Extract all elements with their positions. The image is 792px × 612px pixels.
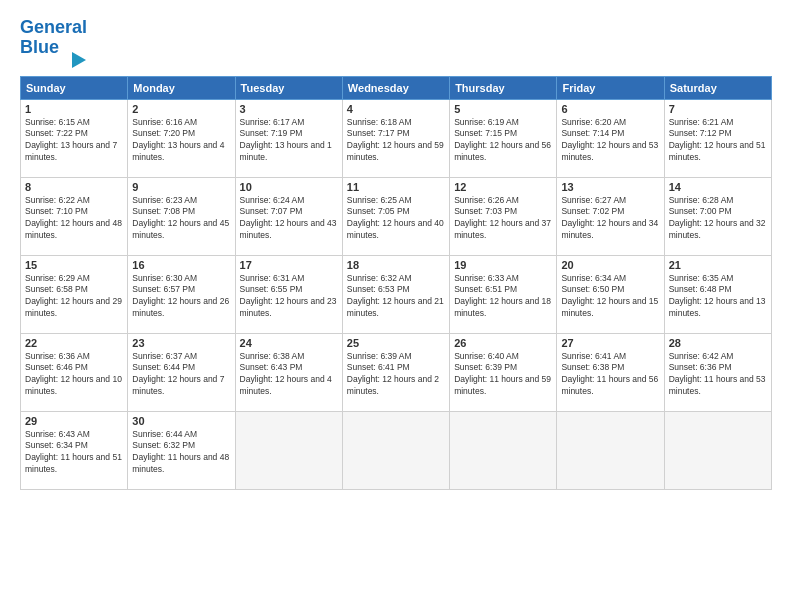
day-number: 4 [347, 103, 445, 115]
day-info: Sunrise: 6:44 AMSunset: 6:32 PMDaylight:… [132, 429, 229, 475]
day-info: Sunrise: 6:29 AMSunset: 6:58 PMDaylight:… [25, 273, 122, 319]
weekday-header-row: SundayMondayTuesdayWednesdayThursdayFrid… [21, 76, 772, 99]
day-number: 13 [561, 181, 659, 193]
day-number: 26 [454, 337, 552, 349]
header: General Blue [20, 18, 772, 68]
calendar-cell: 12Sunrise: 6:26 AMSunset: 7:03 PMDayligh… [450, 177, 557, 255]
calendar-cell: 27Sunrise: 6:41 AMSunset: 6:38 PMDayligh… [557, 333, 664, 411]
calendar-cell: 10Sunrise: 6:24 AMSunset: 7:07 PMDayligh… [235, 177, 342, 255]
day-info: Sunrise: 6:23 AMSunset: 7:08 PMDaylight:… [132, 195, 229, 241]
day-info: Sunrise: 6:17 AMSunset: 7:19 PMDaylight:… [240, 117, 332, 163]
day-number: 10 [240, 181, 338, 193]
day-info: Sunrise: 6:19 AMSunset: 7:15 PMDaylight:… [454, 117, 551, 163]
day-number: 20 [561, 259, 659, 271]
day-number: 5 [454, 103, 552, 115]
calendar-cell: 13Sunrise: 6:27 AMSunset: 7:02 PMDayligh… [557, 177, 664, 255]
day-info: Sunrise: 6:35 AMSunset: 6:48 PMDaylight:… [669, 273, 766, 319]
day-info: Sunrise: 6:39 AMSunset: 6:41 PMDaylight:… [347, 351, 439, 397]
day-number: 1 [25, 103, 123, 115]
week-row-5: 29Sunrise: 6:43 AMSunset: 6:34 PMDayligh… [21, 411, 772, 489]
calendar-cell [664, 411, 771, 489]
calendar-cell: 9Sunrise: 6:23 AMSunset: 7:08 PMDaylight… [128, 177, 235, 255]
day-info: Sunrise: 6:15 AMSunset: 7:22 PMDaylight:… [25, 117, 117, 163]
day-number: 25 [347, 337, 445, 349]
day-number: 18 [347, 259, 445, 271]
calendar-cell: 28Sunrise: 6:42 AMSunset: 6:36 PMDayligh… [664, 333, 771, 411]
day-info: Sunrise: 6:24 AMSunset: 7:07 PMDaylight:… [240, 195, 337, 241]
calendar-cell: 25Sunrise: 6:39 AMSunset: 6:41 PMDayligh… [342, 333, 449, 411]
day-info: Sunrise: 6:31 AMSunset: 6:55 PMDaylight:… [240, 273, 337, 319]
calendar-cell: 15Sunrise: 6:29 AMSunset: 6:58 PMDayligh… [21, 255, 128, 333]
day-number: 7 [669, 103, 767, 115]
day-info: Sunrise: 6:40 AMSunset: 6:39 PMDaylight:… [454, 351, 551, 397]
calendar-cell: 8Sunrise: 6:22 AMSunset: 7:10 PMDaylight… [21, 177, 128, 255]
logo-blue: Blue [20, 37, 59, 57]
calendar-cell: 17Sunrise: 6:31 AMSunset: 6:55 PMDayligh… [235, 255, 342, 333]
day-info: Sunrise: 6:25 AMSunset: 7:05 PMDaylight:… [347, 195, 444, 241]
calendar-cell: 11Sunrise: 6:25 AMSunset: 7:05 PMDayligh… [342, 177, 449, 255]
day-number: 19 [454, 259, 552, 271]
day-number: 24 [240, 337, 338, 349]
day-info: Sunrise: 6:32 AMSunset: 6:53 PMDaylight:… [347, 273, 444, 319]
day-number: 27 [561, 337, 659, 349]
calendar-cell: 7Sunrise: 6:21 AMSunset: 7:12 PMDaylight… [664, 99, 771, 177]
day-info: Sunrise: 6:38 AMSunset: 6:43 PMDaylight:… [240, 351, 332, 397]
day-info: Sunrise: 6:27 AMSunset: 7:02 PMDaylight:… [561, 195, 658, 241]
day-number: 28 [669, 337, 767, 349]
day-info: Sunrise: 6:36 AMSunset: 6:46 PMDaylight:… [25, 351, 122, 397]
day-number: 9 [132, 181, 230, 193]
day-number: 17 [240, 259, 338, 271]
week-row-3: 15Sunrise: 6:29 AMSunset: 6:58 PMDayligh… [21, 255, 772, 333]
day-number: 3 [240, 103, 338, 115]
day-info: Sunrise: 6:21 AMSunset: 7:12 PMDaylight:… [669, 117, 766, 163]
calendar-cell: 22Sunrise: 6:36 AMSunset: 6:46 PMDayligh… [21, 333, 128, 411]
day-number: 12 [454, 181, 552, 193]
day-info: Sunrise: 6:30 AMSunset: 6:57 PMDaylight:… [132, 273, 229, 319]
calendar-cell: 3Sunrise: 6:17 AMSunset: 7:19 PMDaylight… [235, 99, 342, 177]
day-info: Sunrise: 6:43 AMSunset: 6:34 PMDaylight:… [25, 429, 122, 475]
day-info: Sunrise: 6:26 AMSunset: 7:03 PMDaylight:… [454, 195, 551, 241]
weekday-header-friday: Friday [557, 76, 664, 99]
day-info: Sunrise: 6:33 AMSunset: 6:51 PMDaylight:… [454, 273, 551, 319]
calendar-cell: 16Sunrise: 6:30 AMSunset: 6:57 PMDayligh… [128, 255, 235, 333]
day-info: Sunrise: 6:18 AMSunset: 7:17 PMDaylight:… [347, 117, 444, 163]
day-number: 14 [669, 181, 767, 193]
week-row-2: 8Sunrise: 6:22 AMSunset: 7:10 PMDaylight… [21, 177, 772, 255]
day-info: Sunrise: 6:37 AMSunset: 6:44 PMDaylight:… [132, 351, 224, 397]
day-info: Sunrise: 6:34 AMSunset: 6:50 PMDaylight:… [561, 273, 658, 319]
week-row-1: 1Sunrise: 6:15 AMSunset: 7:22 PMDaylight… [21, 99, 772, 177]
calendar-cell: 14Sunrise: 6:28 AMSunset: 7:00 PMDayligh… [664, 177, 771, 255]
calendar-cell: 19Sunrise: 6:33 AMSunset: 6:51 PMDayligh… [450, 255, 557, 333]
weekday-header-wednesday: Wednesday [342, 76, 449, 99]
weekday-header-saturday: Saturday [664, 76, 771, 99]
logo: General Blue [20, 18, 87, 68]
day-info: Sunrise: 6:42 AMSunset: 6:36 PMDaylight:… [669, 351, 766, 397]
day-number: 23 [132, 337, 230, 349]
calendar-cell: 20Sunrise: 6:34 AMSunset: 6:50 PMDayligh… [557, 255, 664, 333]
calendar-cell: 2Sunrise: 6:16 AMSunset: 7:20 PMDaylight… [128, 99, 235, 177]
weekday-header-thursday: Thursday [450, 76, 557, 99]
calendar-cell [557, 411, 664, 489]
day-number: 22 [25, 337, 123, 349]
logo-arrow-icon [72, 52, 86, 68]
calendar-cell: 6Sunrise: 6:20 AMSunset: 7:14 PMDaylight… [557, 99, 664, 177]
weekday-header-tuesday: Tuesday [235, 76, 342, 99]
calendar-cell: 23Sunrise: 6:37 AMSunset: 6:44 PMDayligh… [128, 333, 235, 411]
logo-general: General [20, 17, 87, 37]
calendar-cell: 24Sunrise: 6:38 AMSunset: 6:43 PMDayligh… [235, 333, 342, 411]
day-number: 30 [132, 415, 230, 427]
calendar-cell: 29Sunrise: 6:43 AMSunset: 6:34 PMDayligh… [21, 411, 128, 489]
day-number: 11 [347, 181, 445, 193]
day-number: 16 [132, 259, 230, 271]
day-info: Sunrise: 6:20 AMSunset: 7:14 PMDaylight:… [561, 117, 658, 163]
calendar-cell: 26Sunrise: 6:40 AMSunset: 6:39 PMDayligh… [450, 333, 557, 411]
calendar-cell [450, 411, 557, 489]
day-info: Sunrise: 6:28 AMSunset: 7:00 PMDaylight:… [669, 195, 766, 241]
calendar-cell: 1Sunrise: 6:15 AMSunset: 7:22 PMDaylight… [21, 99, 128, 177]
calendar-cell [235, 411, 342, 489]
day-info: Sunrise: 6:22 AMSunset: 7:10 PMDaylight:… [25, 195, 122, 241]
day-number: 6 [561, 103, 659, 115]
calendar-table: SundayMondayTuesdayWednesdayThursdayFrid… [20, 76, 772, 490]
day-number: 15 [25, 259, 123, 271]
calendar-cell: 4Sunrise: 6:18 AMSunset: 7:17 PMDaylight… [342, 99, 449, 177]
